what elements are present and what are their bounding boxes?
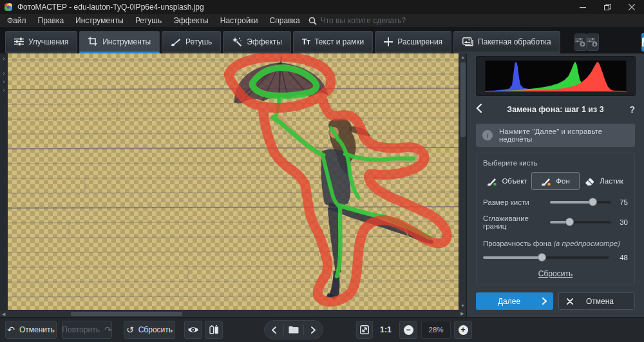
- tab-label: Инструменты: [102, 37, 151, 46]
- compare-icon: [209, 325, 219, 335]
- search-icon: [308, 17, 317, 25]
- quick-search[interactable]: Что вы хотите сделать?: [308, 16, 406, 25]
- slider-knob[interactable]: [565, 218, 574, 226]
- object-brush-button[interactable]: Объект: [483, 172, 531, 190]
- tab-label: Ретушь: [185, 37, 212, 46]
- zoom-out-button[interactable]: −: [399, 321, 417, 339]
- undo-label: Отменить: [19, 325, 55, 334]
- tab-label: Эффекты: [247, 37, 282, 46]
- save-icon: [641, 37, 644, 47]
- edge-smoothing-row: Сглаживание границ 30: [483, 214, 628, 230]
- reset-button[interactable]: ↺ Сбросить: [124, 321, 175, 339]
- horizontal-scrollbar[interactable]: ◀: [0, 310, 459, 317]
- menu-settings[interactable]: Настройки: [214, 14, 264, 27]
- zoom-in-icon: +: [459, 325, 468, 335]
- background-brush-icon: [541, 176, 551, 186]
- save-button[interactable]: Сохранить: [641, 33, 644, 52]
- brush-section-label: Выберите кисть: [483, 159, 628, 167]
- tab-text-frames[interactable]: Tт Текст и рамки: [293, 31, 373, 53]
- undo-button[interactable]: ↶ Отменить: [5, 321, 57, 339]
- tab-batch-processing[interactable]: Пакетная обработка: [453, 31, 560, 53]
- eye-icon: [187, 326, 199, 334]
- cancel-label: Отмена: [573, 297, 627, 306]
- reset-sliders-link[interactable]: Сбросить: [483, 269, 628, 278]
- brush-size-label: Размер кисти: [483, 198, 550, 206]
- fit-screen-icon: [360, 325, 369, 334]
- photomaster-window: ФотоМАСТЕР - edu-lauton-TyQ-0lPp6e4-unsp…: [0, 0, 644, 342]
- menu-effects[interactable]: Эффекты: [167, 14, 214, 27]
- magic-wand-icon: [232, 37, 242, 46]
- zoom-out-icon: −: [404, 325, 413, 335]
- menu-retouch[interactable]: Ретушь: [129, 14, 167, 27]
- menu-tools[interactable]: Инструменты: [70, 14, 129, 27]
- cancel-button[interactable]: Отмена: [558, 292, 635, 310]
- slider-knob[interactable]: [538, 253, 546, 261]
- step-actions: Далее Отмена: [476, 292, 635, 310]
- tab-effects[interactable]: Эффекты: [223, 31, 291, 53]
- next-button[interactable]: Далее: [476, 292, 553, 310]
- hint-box: i Нажмите "Далее" и исправьте недочёты: [476, 124, 635, 147]
- tab-tools[interactable]: Инструменты: [79, 31, 160, 53]
- menu-help[interactable]: Справка: [264, 14, 306, 27]
- vertical-scrollbar[interactable]: ▲ ▼: [459, 53, 466, 310]
- tab-retouch[interactable]: Ретушь: [162, 31, 221, 53]
- back-chevron-icon[interactable]: [476, 104, 490, 115]
- panel-chevron-icon[interactable]: ›: [0, 88, 8, 93]
- redo-icon: ↷: [104, 325, 112, 334]
- hint-message: Нажмите "Далее" и исправьте недочёты: [499, 128, 629, 143]
- redo-label: Повторить: [62, 325, 100, 334]
- left-panel-strip[interactable]: › › › ›: [0, 53, 8, 310]
- brush-size-slider[interactable]: [550, 201, 611, 204]
- horizontal-scroll-thumb[interactable]: [71, 312, 182, 316]
- menu-edit[interactable]: Правка: [32, 14, 70, 27]
- help-icon[interactable]: ?: [621, 104, 635, 115]
- canvas-image: [8, 53, 459, 310]
- bg-opacity-label: Прозрачность фона: [483, 240, 551, 247]
- next-photo-button[interactable]: [304, 327, 323, 334]
- open-folder-button[interactable]: [284, 326, 303, 334]
- prev-photo-button[interactable]: [265, 327, 283, 334]
- minimize-icon[interactable]: [571, 0, 595, 14]
- next-label: Далее: [476, 297, 542, 306]
- tab-enhancements[interactable]: Улучшения: [5, 31, 77, 53]
- bg-opacity-note: (в предпросмотре): [554, 240, 621, 247]
- scroll-right-icon[interactable]: ▶: [459, 310, 466, 317]
- compare-view-button[interactable]: [205, 321, 223, 339]
- tab-toolbar: Улучшения Инструменты Ретушь Эффекты Tт …: [0, 27, 644, 53]
- preview-original-button[interactable]: [184, 321, 202, 339]
- slider-fill: [550, 201, 593, 204]
- tab-label: Пакетная обработка: [478, 37, 551, 46]
- vertical-scroll-thumb[interactable]: [460, 62, 466, 137]
- scroll-up-icon[interactable]: ▲: [459, 53, 466, 61]
- edge-smoothing-slider[interactable]: [550, 221, 611, 223]
- photo-canvas[interactable]: [8, 53, 459, 310]
- tab-extensions[interactable]: Расширения: [375, 31, 451, 53]
- slider-fill: [483, 256, 542, 259]
- slider-knob[interactable]: [589, 198, 597, 206]
- eraser-button[interactable]: Ластик: [580, 172, 628, 190]
- bg-opacity-slider[interactable]: [483, 256, 609, 259]
- restore-icon[interactable]: [595, 0, 620, 14]
- preset-add-button[interactable]: [574, 33, 587, 51]
- edge-smoothing-value: 30: [611, 218, 628, 226]
- zoom-in-button[interactable]: +: [454, 321, 472, 339]
- panel-chevron-icon[interactable]: ›: [0, 79, 8, 85]
- preset-add-icon: [575, 37, 586, 47]
- panel-chevron-icon[interactable]: ›: [0, 56, 8, 62]
- actual-size-button[interactable]: 1:1: [377, 321, 394, 339]
- zoom-level[interactable]: 28%: [421, 321, 451, 339]
- brush-type-row: Объект Фон Ластик: [483, 172, 628, 190]
- tab-label: Улучшения: [28, 37, 68, 46]
- panel-chevron-icon[interactable]: ›: [0, 71, 8, 77]
- scroll-down-icon[interactable]: ▼: [459, 302, 466, 310]
- bottom-toolbar: ↶ Отменить Повторить ↷ ↺ Сбросить 1:1: [0, 317, 644, 342]
- close-icon[interactable]: [620, 0, 644, 14]
- redo-button[interactable]: Повторить ↷: [62, 321, 112, 339]
- next-arrow-icon: [311, 327, 316, 334]
- preset-download-button[interactable]: [587, 33, 599, 51]
- histogram: [476, 56, 636, 96]
- menu-file[interactable]: Файл: [1, 14, 32, 27]
- brush-icon: [171, 37, 181, 46]
- background-brush-button[interactable]: Фон: [531, 172, 580, 190]
- fit-to-screen-button[interactable]: [356, 321, 373, 339]
